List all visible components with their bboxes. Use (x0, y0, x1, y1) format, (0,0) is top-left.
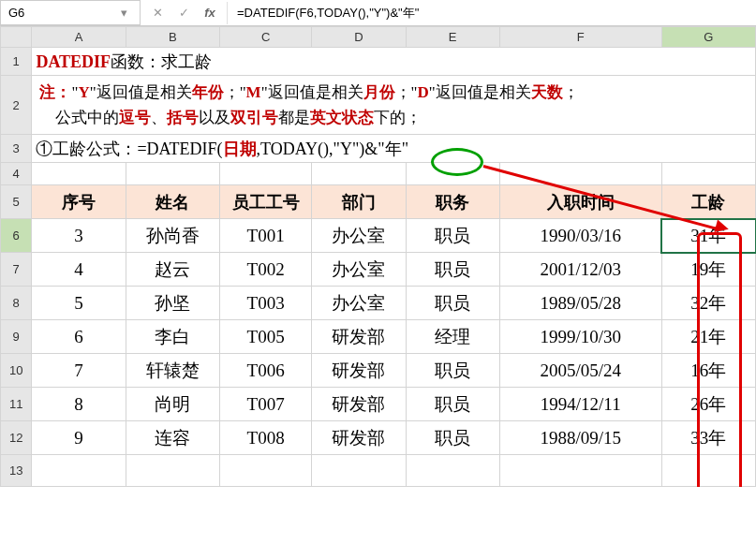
cell-A11[interactable]: 8 (32, 388, 126, 421)
cell-D13[interactable] (312, 455, 406, 487)
cell-E9[interactable]: 经理 (406, 320, 499, 354)
cell-E6[interactable]: 职员 (406, 219, 499, 253)
cell-C11[interactable]: T007 (220, 388, 312, 421)
cell-A10[interactable]: 7 (32, 354, 126, 388)
row-header-1[interactable]: 1 (1, 48, 32, 76)
cell-F4[interactable] (499, 163, 661, 185)
cell-B13[interactable] (126, 455, 219, 487)
cell-formula-demo[interactable]: ①工龄公式：=DATEDIF(日期,TODAY(),"Y")&"年" (32, 135, 756, 163)
cell-G12[interactable]: 33年 (661, 421, 755, 455)
cell-G11[interactable]: 26年 (661, 388, 755, 421)
hdr-name[interactable]: 姓名 (126, 185, 219, 219)
cell-F8[interactable]: 1989/05/28 (499, 287, 661, 320)
cell-E10[interactable]: 职员 (406, 354, 499, 388)
row-header-6[interactable]: 6 (1, 219, 32, 253)
col-header-C[interactable]: C (220, 27, 312, 48)
cell-D7[interactable]: 办公室 (312, 253, 406, 287)
hdr-pos[interactable]: 职务 (406, 185, 499, 219)
cell-F10[interactable]: 2005/05/24 (499, 354, 661, 388)
row-header-5[interactable]: 5 (1, 185, 32, 219)
cell-D11[interactable]: 研发部 (312, 388, 406, 421)
cell-D8[interactable]: 办公室 (312, 287, 406, 320)
cell-A4[interactable] (32, 163, 126, 185)
cell-F7[interactable]: 2001/12/03 (499, 253, 661, 287)
cell-E8[interactable]: 职员 (406, 287, 499, 320)
cell-E12[interactable]: 职员 (406, 421, 499, 455)
hdr-dept[interactable]: 部门 (312, 185, 406, 219)
col-header-F[interactable]: F (499, 27, 661, 48)
confirm-formula-icon[interactable]: ✓ (170, 2, 197, 24)
cell-note[interactable]: 注："Y"返回值是相关年份；"M"返回值是相关月份；"D"返回值是相关天数； 公… (32, 76, 756, 135)
cell-C4[interactable] (220, 163, 312, 185)
fx-icon[interactable]: fx (197, 2, 223, 24)
hdr-tenure[interactable]: 工龄 (661, 185, 755, 219)
cell-A13[interactable] (32, 455, 126, 487)
cell-E11[interactable]: 职员 (406, 388, 499, 421)
col-header-A[interactable]: A (32, 27, 126, 48)
row-header-12[interactable]: 12 (1, 421, 32, 455)
cell-D9[interactable]: 研发部 (312, 320, 406, 354)
cell-title[interactable]: DATEDIF函数：求工龄 (32, 48, 756, 76)
formula-input[interactable]: =DATEDIF(F6,TODAY(),"Y")&"年" (228, 3, 756, 23)
row-header-4[interactable]: 4 (1, 163, 32, 185)
row-header-2[interactable]: 2 (1, 76, 32, 135)
cell-A7[interactable]: 4 (32, 253, 126, 287)
row-header-10[interactable]: 10 (1, 354, 32, 388)
cell-F12[interactable]: 1988/09/15 (499, 421, 661, 455)
cell-G7[interactable]: 19年 (661, 253, 755, 287)
cell-G6-selected[interactable]: 31年 (661, 219, 755, 253)
cell-G9[interactable]: 21年 (661, 320, 755, 354)
cell-B7[interactable]: 赵云 (126, 253, 219, 287)
cell-G10[interactable]: 16年 (661, 354, 755, 388)
cell-B12[interactable]: 连容 (126, 421, 219, 455)
cell-B6[interactable]: 孙尚香 (126, 219, 219, 253)
cell-C9[interactable]: T005 (220, 320, 312, 354)
cell-D12[interactable]: 研发部 (312, 421, 406, 455)
cell-D10[interactable]: 研发部 (312, 354, 406, 388)
cell-D4[interactable] (312, 163, 406, 185)
row-header-13[interactable]: 13 (1, 455, 32, 487)
cell-C7[interactable]: T002 (220, 253, 312, 287)
cell-F11[interactable]: 1994/12/11 (499, 388, 661, 421)
cell-A9[interactable]: 6 (32, 320, 126, 354)
cell-B9[interactable]: 李白 (126, 320, 219, 354)
cell-F6[interactable]: 1990/03/16 (499, 219, 661, 253)
cell-G4[interactable] (661, 163, 755, 185)
row-header-7[interactable]: 7 (1, 253, 32, 287)
hdr-empid[interactable]: 员工工号 (220, 185, 312, 219)
cell-B4[interactable] (126, 163, 219, 185)
cell-G13[interactable] (661, 455, 755, 487)
cell-B8[interactable]: 孙坚 (126, 287, 219, 320)
cancel-formula-icon[interactable]: ✕ (144, 2, 170, 24)
col-header-G[interactable]: G (661, 27, 755, 48)
hdr-hiredate[interactable]: 入职时间 (499, 185, 661, 219)
cell-C10[interactable]: T006 (220, 354, 312, 388)
name-box[interactable]: G6 ▾ (0, 0, 141, 25)
cell-C12[interactable]: T008 (220, 421, 312, 455)
row-header-11[interactable]: 11 (1, 388, 32, 421)
col-header-D[interactable]: D (312, 27, 406, 48)
cell-E13[interactable] (406, 455, 499, 487)
cell-F9[interactable]: 1999/10/30 (499, 320, 661, 354)
row-header-3[interactable]: 3 (1, 135, 32, 163)
cell-A6[interactable]: 3 (32, 219, 126, 253)
cell-E4[interactable] (406, 163, 499, 185)
cell-C6[interactable]: T001 (220, 219, 312, 253)
name-box-dropdown-icon[interactable]: ▾ (115, 5, 132, 22)
row-header-9[interactable]: 9 (1, 320, 32, 354)
cell-B11[interactable]: 尚明 (126, 388, 219, 421)
cell-A12[interactable]: 9 (32, 421, 126, 455)
cell-D6[interactable]: 办公室 (312, 219, 406, 253)
hdr-seq[interactable]: 序号 (32, 185, 126, 219)
cell-G8[interactable]: 32年 (661, 287, 755, 320)
cell-E7[interactable]: 职员 (406, 253, 499, 287)
col-header-B[interactable]: B (126, 27, 219, 48)
col-header-E[interactable]: E (406, 27, 499, 48)
cell-B10[interactable]: 轩辕楚 (126, 354, 219, 388)
row-header-8[interactable]: 8 (1, 287, 32, 320)
cell-F13[interactable] (499, 455, 661, 487)
select-all-corner[interactable] (1, 27, 32, 48)
cell-C13[interactable] (220, 455, 312, 487)
cell-C8[interactable]: T003 (220, 287, 312, 320)
cell-A8[interactable]: 5 (32, 287, 126, 320)
